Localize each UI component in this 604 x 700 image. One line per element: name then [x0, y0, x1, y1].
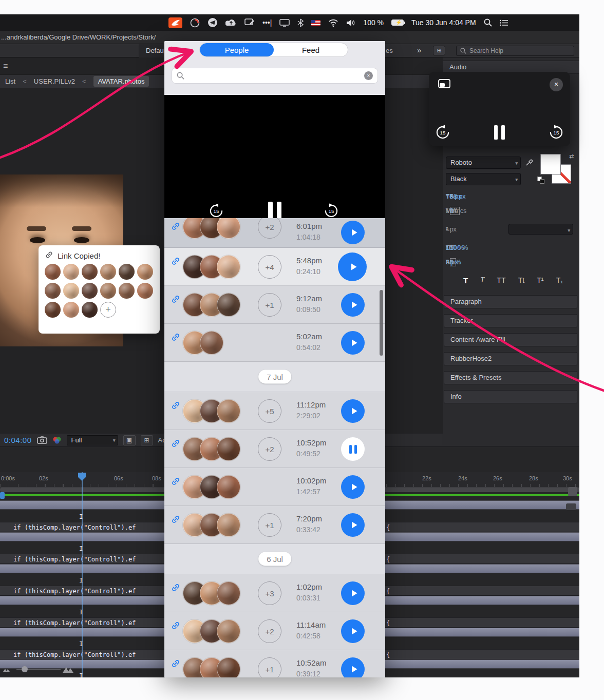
tab-people[interactable]: People: [200, 43, 274, 56]
region-of-interest-icon[interactable]: ▣: [123, 435, 136, 445]
timeline-zoom-slider[interactable]: [3, 664, 75, 675]
call-row[interactable]: +211:14am0:42:58: [164, 612, 385, 650]
panel-tab-tracker[interactable]: Tracker: [444, 314, 577, 327]
panel-tab-fragment[interactable]: es: [386, 47, 393, 54]
tracking-value[interactable]: 0: [450, 205, 454, 217]
play-button[interactable]: [341, 399, 365, 423]
forward-15-button[interactable]: 15: [324, 203, 339, 219]
play-button[interactable]: [341, 221, 365, 244]
fill-stroke-swatches[interactable]: ⇄: [537, 153, 578, 186]
text-style-button-4[interactable]: T¹: [537, 276, 543, 284]
floating-preview-player[interactable]: × 15 15: [429, 72, 570, 146]
text-style-button-5[interactable]: T₁: [556, 276, 563, 284]
link-icon[interactable]: [171, 332, 181, 342]
link-icon[interactable]: [171, 582, 181, 593]
link-icon[interactable]: [171, 620, 181, 631]
expression-text[interactable]: if (thisComp.layer("Controll").ef: [13, 618, 136, 628]
link-icon[interactable]: [171, 476, 181, 487]
call-row[interactable]: +31:02pm0:03:31: [164, 574, 385, 612]
panel-menu-icon[interactable]: ≡: [3, 62, 8, 71]
play-button[interactable]: [341, 331, 365, 355]
display-icon[interactable]: [279, 17, 290, 28]
call-row[interactable]: +511:12pm2:29:02: [164, 392, 385, 430]
play-button[interactable]: [341, 657, 365, 677]
link-icon[interactable]: [171, 514, 181, 524]
snapshot-camera-icon[interactable]: [37, 436, 47, 444]
call-row[interactable]: 10:02pm1:42:57: [164, 468, 385, 506]
fill-color-swatch[interactable]: [540, 154, 561, 174]
expression-text[interactable]: if (thisComp.layer("Controll").ef: [13, 522, 136, 533]
work-area-start-marker[interactable]: [0, 492, 5, 499]
rewind-15-button[interactable]: 15: [435, 125, 450, 140]
link-icon[interactable]: [171, 438, 181, 449]
default-colors-icon[interactable]: [537, 177, 544, 184]
link-icon[interactable]: [171, 658, 181, 669]
zoom-knob[interactable]: [22, 666, 28, 672]
screen-annotate-icon[interactable]: [244, 17, 255, 28]
volume-icon[interactable]: [346, 17, 355, 28]
panel-tab-rubberhose2[interactable]: RubberHose2: [444, 352, 577, 365]
pause-button[interactable]: [494, 125, 505, 140]
menu-clock[interactable]: Tue 30 Jun 4:04 PM: [411, 18, 476, 27]
swap-fill-stroke-icon[interactable]: ⇄: [569, 153, 574, 160]
tab-feed[interactable]: Feed: [274, 43, 348, 56]
search-input[interactable]: ×: [172, 68, 378, 84]
expression-text[interactable]: if (thisComp.layer("Controll").ef: [13, 554, 136, 565]
panel-tab-content-aware-fill[interactable]: Content-Aware Fill: [444, 333, 577, 346]
pause-button[interactable]: [341, 437, 365, 461]
rewind-15-button[interactable]: 15: [209, 203, 224, 219]
panel-tab-info[interactable]: Info: [444, 390, 577, 403]
breadcrumb-leaf[interactable]: AVATAR.photos: [93, 76, 149, 87]
link-icon[interactable]: [171, 256, 181, 266]
call-row[interactable]: +45:48pm0:24:10: [164, 248, 385, 286]
search-help-field[interactable]: Search Help: [456, 46, 574, 56]
current-time-display[interactable]: 0:04:00: [4, 436, 32, 444]
stroke-width-value[interactable]: - px: [446, 224, 457, 235]
call-row[interactable]: 5:02am0:54:02: [164, 324, 385, 362]
text-style-button-1[interactable]: T: [480, 276, 484, 284]
bluetooth-icon[interactable]: [297, 17, 304, 28]
spotlight-icon[interactable]: [484, 17, 492, 28]
link-icon[interactable]: [171, 400, 181, 411]
resolution-dropdown[interactable]: Full: [67, 435, 118, 445]
cloud-upload-icon[interactable]: [225, 17, 237, 28]
expression-text[interactable]: if (thisComp.layer("Controll").ef: [13, 586, 136, 596]
pause-button[interactable]: [268, 202, 281, 219]
menu-list-icon[interactable]: [500, 17, 508, 28]
close-icon[interactable]: ×: [550, 78, 563, 91]
overflow-chevron-icon[interactable]: »: [417, 46, 421, 54]
font-family-dropdown[interactable]: Roboto: [446, 157, 521, 169]
font-style-dropdown[interactable]: Black: [446, 173, 521, 185]
grid-guides-icon[interactable]: ⊞: [141, 435, 153, 445]
call-row[interactable]: +26:01pm1:04:18: [164, 218, 385, 248]
call-row[interactable]: +19:12am0:09:50: [164, 286, 385, 324]
text-style-button-0[interactable]: T: [463, 276, 468, 285]
wifi-icon[interactable]: [328, 17, 338, 28]
play-button[interactable]: [341, 475, 365, 499]
play-button[interactable]: [341, 581, 365, 605]
stroke-style-dropdown[interactable]: [508, 224, 573, 235]
pip-icon[interactable]: [438, 79, 450, 91]
show-channel-icon[interactable]: [52, 436, 62, 444]
expression-text[interactable]: if (thisComp.layer("Controll").ef: [13, 650, 136, 660]
tsume-value[interactable]: 0 %: [450, 257, 461, 268]
text-style-button-3[interactable]: Tt: [518, 276, 524, 284]
workspace-switcher-icon[interactable]: ⊞: [433, 46, 445, 55]
horizontal-scale-value[interactable]: 100 %: [450, 242, 468, 254]
screen-record-icon[interactable]: [190, 17, 200, 28]
comp-button-icon[interactable]: [566, 503, 576, 510]
play-button[interactable]: [341, 293, 365, 317]
video-player[interactable]: 15 15 1:04:18: [164, 95, 385, 218]
input-language-flag-icon[interactable]: [311, 20, 320, 26]
leading-value[interactable]: 88 px: [450, 191, 466, 202]
panel-tab-paragraph[interactable]: Paragraph: [444, 295, 577, 308]
play-button[interactable]: [341, 619, 365, 643]
play-button[interactable]: [341, 513, 365, 537]
text-style-button-2[interactable]: TT: [497, 276, 505, 284]
call-row[interactable]: +210:52pm0:49:52: [164, 430, 385, 468]
more-dots-icon[interactable]: •••|: [262, 18, 272, 27]
comp-marker-icon[interactable]: [568, 487, 577, 496]
telegram-icon[interactable]: [207, 17, 218, 28]
breadcrumb-mid[interactable]: USER.PILLv2: [34, 77, 75, 85]
eyedropper-icon[interactable]: [525, 158, 533, 168]
